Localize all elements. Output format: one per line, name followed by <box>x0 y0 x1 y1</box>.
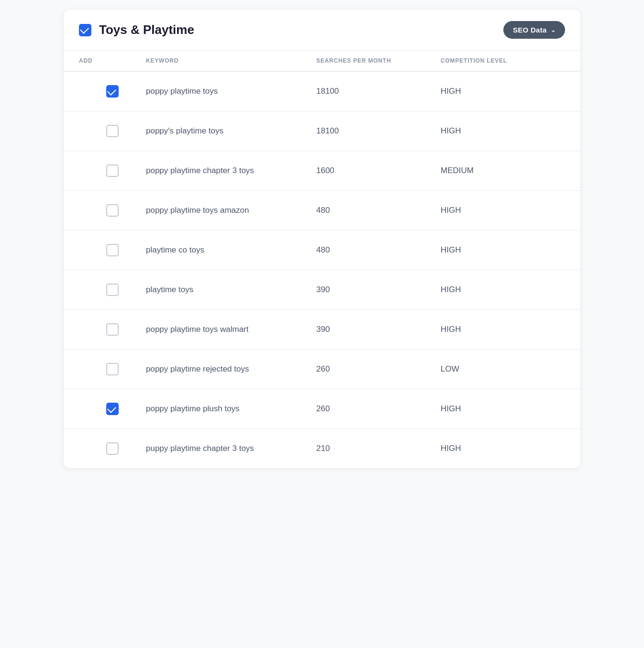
keyword-cell: playtime co toys <box>146 245 316 255</box>
row-checkbox-10[interactable] <box>106 442 119 455</box>
header: Toys & Playtime SEO Data ⌄ <box>64 10 580 51</box>
searches-cell: 480 <box>316 206 441 215</box>
table-row: poppy's playtime toys18100HIGH <box>64 111 580 151</box>
row-checkbox-4[interactable] <box>106 204 119 217</box>
competition-cell: HIGH <box>441 404 565 414</box>
table-header-row: ADD KEYWORD SEARCHES PER MONTH COMPETITI… <box>64 51 580 72</box>
keyword-cell: poppy playtime plush toys <box>146 404 316 414</box>
row-checkbox-8[interactable] <box>106 363 119 375</box>
table-row: poppy playtime toys amazon480HIGH <box>64 191 580 231</box>
searches-cell: 260 <box>316 404 441 414</box>
table-body: poppy playtime toys18100HIGHpoppy's play… <box>64 72 580 468</box>
table-row: poppy playtime toys walmart390HIGH <box>64 310 580 350</box>
table-row: poppy playtime toys18100HIGH <box>64 72 580 111</box>
col-keyword: KEYWORD <box>146 57 316 64</box>
competition-cell: HIGH <box>441 245 565 255</box>
searches-cell: 390 <box>316 285 441 295</box>
row-checkbox-1[interactable] <box>106 85 119 98</box>
row-checkbox-7[interactable] <box>106 323 119 336</box>
checkbox-cell <box>79 125 146 137</box>
competition-cell: HIGH <box>441 126 565 136</box>
keyword-cell: puppy playtime chapter 3 toys <box>146 444 316 453</box>
row-checkbox-6[interactable] <box>106 284 119 296</box>
checkbox-cell <box>79 165 146 177</box>
checkbox-cell <box>79 85 146 98</box>
col-competition: COMPETITION LEVEL <box>441 57 565 64</box>
searches-cell: 18100 <box>316 126 441 136</box>
searches-cell: 390 <box>316 325 441 334</box>
main-container: Toys & Playtime SEO Data ⌄ ADD KEYWORD S… <box>64 10 580 468</box>
keyword-cell: poppy playtime toys amazon <box>146 206 316 215</box>
checkbox-cell <box>79 323 146 336</box>
competition-cell: HIGH <box>441 444 565 453</box>
competition-cell: MEDIUM <box>441 166 565 176</box>
table-row: poppy playtime plush toys260HIGH <box>64 389 580 429</box>
col-add: ADD <box>79 57 146 64</box>
row-checkbox-9[interactable] <box>106 403 119 415</box>
keyword-cell: poppy playtime toys walmart <box>146 325 316 334</box>
searches-cell: 260 <box>316 364 441 374</box>
competition-cell: HIGH <box>441 87 565 96</box>
col-searches: SEARCHES PER MONTH <box>316 57 441 64</box>
table-row: playtime toys390HIGH <box>64 270 580 310</box>
keyword-cell: playtime toys <box>146 285 316 295</box>
checkbox-cell <box>79 363 146 375</box>
row-checkbox-3[interactable] <box>106 165 119 177</box>
keyword-cell: poppy playtime chapter 3 toys <box>146 166 316 176</box>
searches-cell: 1600 <box>316 166 441 176</box>
seo-data-button[interactable]: SEO Data ⌄ <box>503 21 565 39</box>
competition-cell: HIGH <box>441 285 565 295</box>
table-row: playtime co toys480HIGH <box>64 231 580 270</box>
competition-cell: HIGH <box>441 325 565 334</box>
header-checkbox[interactable] <box>79 24 91 36</box>
checkbox-cell <box>79 403 146 415</box>
keyword-cell: poppy playtime rejected toys <box>146 364 316 374</box>
checkbox-cell <box>79 244 146 256</box>
table-row: poppy playtime chapter 3 toys1600MEDIUM <box>64 151 580 191</box>
page-title: Toys & Playtime <box>99 22 194 37</box>
competition-cell: LOW <box>441 364 565 374</box>
row-checkbox-2[interactable] <box>106 125 119 137</box>
keyword-cell: poppy playtime toys <box>146 87 316 96</box>
keyword-table: ADD KEYWORD SEARCHES PER MONTH COMPETITI… <box>64 51 580 468</box>
seo-data-label: SEO Data <box>513 26 547 34</box>
table-row: poppy playtime rejected toys260LOW <box>64 350 580 389</box>
table-row: puppy playtime chapter 3 toys210HIGH <box>64 429 580 468</box>
searches-cell: 210 <box>316 444 441 453</box>
checkbox-cell <box>79 284 146 296</box>
competition-cell: HIGH <box>441 206 565 215</box>
searches-cell: 480 <box>316 245 441 255</box>
checkbox-cell <box>79 442 146 455</box>
header-left: Toys & Playtime <box>79 22 194 37</box>
row-checkbox-5[interactable] <box>106 244 119 256</box>
checkbox-cell <box>79 204 146 217</box>
keyword-cell: poppy's playtime toys <box>146 126 316 136</box>
chevron-down-icon: ⌄ <box>551 27 555 33</box>
searches-cell: 18100 <box>316 87 441 96</box>
